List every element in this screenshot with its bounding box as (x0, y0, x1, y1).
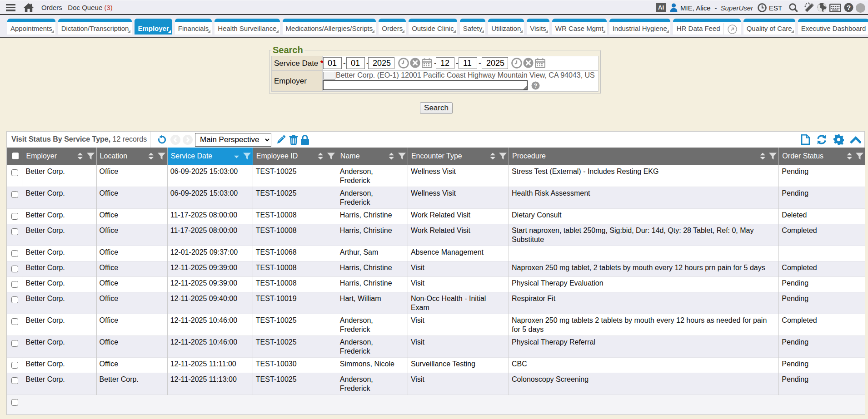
svg-text:?: ? (847, 4, 851, 11)
svg-text:?: ? (534, 82, 538, 89)
